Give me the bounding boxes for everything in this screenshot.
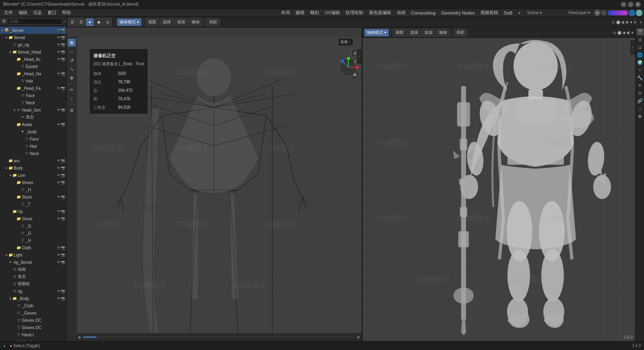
outliner-item[interactable]: ▽Gloves.OC	[0, 317, 66, 324]
right-select-btn[interactable]: 选择	[407, 29, 421, 37]
material-props-icon[interactable]: ◉	[636, 112, 644, 120]
right-object-btn[interactable]: 物体	[436, 29, 450, 37]
maximize-button[interactable]: □	[628, 2, 634, 7]
item-visibility-icons[interactable]: 👁📷	[57, 43, 65, 47]
item-visibility-icons[interactable]: 👁📷	[57, 108, 65, 112]
expand-icon[interactable]: ▼	[5, 253, 8, 257]
render-icon[interactable]: 📷	[61, 72, 65, 76]
right-local-btn[interactable]: 局部	[453, 29, 467, 37]
outliner-item[interactable]: ▽_Gloves	[0, 309, 66, 317]
shading-icon2[interactable]: ◉	[621, 20, 625, 24]
item-visibility-icons[interactable]: 👁📷	[57, 86, 65, 90]
r-overlay-icon[interactable]: ◎	[613, 31, 616, 35]
outliner-item[interactable]: ▽Face	[0, 135, 66, 143]
view-menu-btn[interactable]: 视图	[145, 18, 159, 26]
header-icon-3[interactable]: ●	[86, 18, 94, 26]
move-tool[interactable]: ↔	[68, 48, 76, 56]
outliner-item[interactable]: ▽Hair	[0, 143, 66, 150]
right-n-panel[interactable]: ›	[630, 39, 635, 56]
n-panel-toggle[interactable]: ›	[356, 48, 362, 64]
outliner-item[interactable]: ▼📁_Body👁📷	[0, 295, 66, 302]
eye-icon[interactable]: 👁	[57, 289, 60, 293]
outliner-item[interactable]: 📁_Head_Ha👁📷	[0, 70, 66, 77]
expand-icon[interactable]: ▼	[9, 297, 12, 300]
eye-icon[interactable]: 👁	[57, 180, 60, 184]
constraints-icon[interactable]: 🔗	[636, 97, 644, 104]
scale-tool[interactable]: ⤡	[68, 65, 76, 73]
item-visibility-icons[interactable]: 👁📷	[57, 209, 65, 213]
outliner-item[interactable]: ▽Neck	[0, 150, 66, 157]
menu-dab[interactable]: DaB	[501, 10, 515, 16]
render-icon[interactable]: 📷	[61, 108, 65, 112]
render-icon[interactable]: 📷	[61, 28, 65, 32]
item-visibility-icons[interactable]: 👁📷	[57, 72, 65, 76]
outliner-item[interactable]: ▽Neck	[0, 99, 66, 106]
render-icon[interactable]: 📷	[61, 260, 65, 264]
expand-icon[interactable]: ▼	[5, 166, 8, 170]
overlay-icon[interactable]: ◎	[612, 20, 615, 24]
close-button[interactable]: ✕	[635, 2, 641, 7]
header-icon-4[interactable]: ◉	[95, 18, 103, 26]
eye-icon[interactable]: 👁	[57, 217, 60, 221]
item-visibility-icons[interactable]: 👁📷	[57, 173, 65, 177]
outliner-item[interactable]: ▼📁Body👁📷	[0, 164, 66, 172]
shading-icon4[interactable]: ●	[630, 20, 632, 24]
render-icon[interactable]: 📷	[61, 180, 65, 184]
item-visibility-icons[interactable]: 👁📷	[57, 57, 65, 61]
outliner-item[interactable]: ▽Eardrtt	[0, 63, 66, 70]
outliner-item[interactable]: 📁Up👁📷	[0, 208, 66, 215]
outliner-item[interactable]: ▽_H	[0, 237, 66, 244]
render-icon[interactable]: 📷	[61, 246, 65, 250]
particles-props-icon[interactable]: ✦	[636, 82, 644, 89]
item-visibility-icons[interactable]: 👁📷	[57, 159, 65, 163]
outliner-item[interactable]: ▽rig👁📷	[0, 288, 66, 295]
outliner-item[interactable]: 📁Avata👁📷	[0, 121, 66, 128]
r-shading2[interactable]: ◉	[623, 31, 626, 35]
eye-icon[interactable]: 👁	[57, 43, 60, 47]
outliner-item[interactable]: ✦rig_Serval👁📷	[0, 259, 66, 266]
data-props-icon[interactable]: △	[636, 105, 644, 112]
menu-layout[interactable]: 布局	[279, 9, 292, 17]
outliner-item[interactable]: 📁Stock👁📷	[0, 193, 66, 201]
scene-props-icon[interactable]: 🌐	[636, 51, 644, 58]
output-props-icon[interactable]: 🖨	[636, 36, 644, 43]
expand-icon[interactable]: ▼	[9, 174, 12, 177]
outliner-item[interactable]: ▽_G	[0, 222, 66, 230]
menu-shader[interactable]: 着色器编辑	[367, 9, 393, 17]
measure-tool[interactable]: ↕	[68, 95, 76, 103]
cursor-icon[interactable]: ⊕	[634, 20, 637, 24]
outliner-item[interactable]: 📁_Head_Ac👁📷	[0, 56, 66, 63]
render-icon[interactable]: 📷	[61, 166, 65, 170]
menu-window[interactable]: 窗口	[45, 9, 59, 17]
outliner-item[interactable]: ▼_body	[0, 128, 66, 135]
expand-icon[interactable]: ▼	[9, 50, 12, 54]
menu-sculpt[interactable]: 雕刻	[308, 9, 321, 17]
item-visibility-icons[interactable]: 👁📷	[57, 217, 65, 221]
item-visibility-icons[interactable]: 👁📷	[57, 253, 65, 257]
header-icon-1[interactable]: ☰	[68, 18, 76, 26]
render-props-icon[interactable]: 🎬	[636, 28, 644, 35]
menu-uv[interactable]: UV编辑	[322, 9, 342, 17]
outliner-item[interactable]: 〜变态	[0, 114, 66, 121]
eye-icon[interactable]: 👁	[57, 195, 60, 199]
local-btn[interactable]: 局部	[206, 18, 220, 26]
scene-selector[interactable]: Scene ▾	[527, 10, 542, 15]
object-menu-btn[interactable]: 物体	[189, 18, 203, 26]
item-visibility-icons[interactable]: 👁📷	[57, 180, 65, 184]
menu-texture-paint[interactable]: 纹理绘制	[343, 9, 366, 17]
render-icon[interactable]: 📷	[61, 35, 65, 39]
outliner-item[interactable]: 📁Shoes👁📷	[0, 179, 66, 186]
eye-icon[interactable]: 👁	[57, 72, 60, 76]
item-visibility-icons[interactable]: 👁📷	[57, 195, 65, 199]
outliner-item[interactable]: ▼📁Light👁📷	[0, 251, 66, 259]
outliner-search[interactable]	[8, 18, 63, 25]
outliner-item[interactable]: 📁Cloth👁📷	[0, 244, 66, 251]
eye-icon[interactable]: 👁	[57, 246, 60, 250]
viewport-right[interactable]: 物体模式 ▾ 视图 选择 添加 物体 局部 ◎ ⬤ ◉ ◐ ●	[362, 27, 635, 341]
item-visibility-icons[interactable]: 👁📷	[57, 289, 65, 293]
viewlayer-selector[interactable]: ViewLayer ▾	[568, 10, 590, 15]
outliner-item[interactable]: ▼📦_Serval👁📷	[0, 27, 66, 34]
eye-icon[interactable]: 👁	[57, 209, 60, 213]
outliner-item[interactable]: ▽_G	[0, 230, 66, 237]
menu-help[interactable]: 帮助	[60, 9, 73, 17]
